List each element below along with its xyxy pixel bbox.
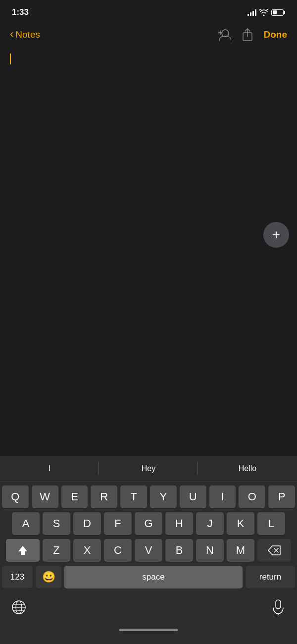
globe-button[interactable] bbox=[6, 597, 32, 618]
add-button[interactable]: + bbox=[263, 222, 289, 248]
nav-action-icons: Done bbox=[216, 28, 288, 42]
delete-icon bbox=[268, 545, 281, 555]
add-collaborator-button[interactable] bbox=[216, 28, 231, 42]
key-z[interactable]: Z bbox=[43, 539, 70, 562]
svg-point-0 bbox=[222, 30, 229, 37]
key-b[interactable]: B bbox=[165, 539, 193, 562]
svg-marker-6 bbox=[18, 546, 27, 555]
numbers-key[interactable]: 123 bbox=[2, 566, 33, 589]
key-d[interactable]: D bbox=[73, 512, 101, 535]
predictive-suggestion-2[interactable]: Hey bbox=[99, 456, 198, 481]
key-row-3: Z X C V B N M bbox=[2, 539, 295, 562]
key-i[interactable]: I bbox=[209, 485, 236, 508]
key-p[interactable]: P bbox=[268, 485, 295, 508]
mic-icon bbox=[271, 599, 285, 615]
key-n[interactable]: N bbox=[196, 539, 224, 562]
home-bar bbox=[119, 629, 178, 631]
plus-icon: + bbox=[272, 227, 280, 243]
key-e[interactable]: E bbox=[61, 485, 88, 508]
nav-bar: ‹ Notes Done bbox=[0, 22, 297, 48]
share-button[interactable] bbox=[241, 28, 254, 42]
note-editor[interactable] bbox=[0, 48, 297, 226]
predictive-bar: I Hey Hello bbox=[0, 456, 297, 482]
keyboard-area: I Hey Hello Q W E R T Y U I O P A S D F … bbox=[0, 456, 297, 644]
status-bar: 1:33 bbox=[0, 0, 297, 22]
predictive-suggestion-1[interactable]: I bbox=[0, 456, 99, 481]
key-a[interactable]: A bbox=[12, 512, 40, 535]
add-collaborator-icon bbox=[216, 28, 231, 42]
key-row-2: A S D F G H J K L bbox=[2, 512, 295, 535]
key-x[interactable]: X bbox=[73, 539, 101, 562]
note-content-area[interactable]: + bbox=[0, 48, 297, 256]
battery-icon bbox=[271, 9, 285, 16]
shift-icon bbox=[17, 545, 28, 556]
done-button[interactable]: Done bbox=[264, 29, 288, 40]
bottom-key-row bbox=[0, 594, 297, 618]
key-y[interactable]: Y bbox=[150, 485, 177, 508]
key-m[interactable]: M bbox=[227, 539, 254, 562]
globe-icon bbox=[11, 599, 27, 615]
key-u[interactable]: U bbox=[180, 485, 206, 508]
delete-key[interactable] bbox=[257, 539, 291, 562]
predictive-suggestion-3[interactable]: Hello bbox=[198, 456, 297, 481]
key-l[interactable]: L bbox=[257, 512, 285, 535]
back-button[interactable]: ‹ Notes bbox=[10, 29, 40, 41]
shift-key[interactable] bbox=[6, 539, 40, 562]
svg-rect-14 bbox=[276, 600, 281, 609]
status-icons bbox=[248, 9, 285, 16]
back-arrow-icon: ‹ bbox=[10, 28, 13, 41]
key-c[interactable]: C bbox=[104, 539, 132, 562]
space-key[interactable]: space bbox=[64, 566, 243, 589]
key-r[interactable]: R bbox=[91, 485, 117, 508]
key-k[interactable]: K bbox=[227, 512, 254, 535]
home-indicator bbox=[0, 618, 297, 634]
back-label: Notes bbox=[15, 29, 40, 40]
key-o[interactable]: O bbox=[239, 485, 265, 508]
keyboard-keys: Q W E R T Y U I O P A S D F G H J K L bbox=[0, 482, 297, 594]
key-t[interactable]: T bbox=[120, 485, 147, 508]
text-cursor bbox=[10, 54, 11, 64]
emoji-key[interactable]: 😀 bbox=[36, 566, 61, 589]
key-g[interactable]: G bbox=[135, 512, 162, 535]
key-q[interactable]: Q bbox=[2, 485, 29, 508]
key-s[interactable]: S bbox=[43, 512, 70, 535]
status-time: 1:33 bbox=[12, 7, 29, 17]
mic-button[interactable] bbox=[265, 597, 291, 618]
key-row-1: Q W E R T Y U I O P bbox=[2, 485, 295, 508]
key-j[interactable]: J bbox=[196, 512, 224, 535]
key-w[interactable]: W bbox=[32, 485, 58, 508]
key-v[interactable]: V bbox=[135, 539, 162, 562]
signal-bars-icon bbox=[248, 9, 256, 16]
key-row-4: 123 😀 space return bbox=[2, 566, 295, 589]
wifi-icon bbox=[259, 9, 268, 16]
return-key[interactable]: return bbox=[246, 566, 295, 589]
share-icon bbox=[241, 28, 254, 42]
key-h[interactable]: H bbox=[165, 512, 193, 535]
key-f[interactable]: F bbox=[104, 512, 132, 535]
